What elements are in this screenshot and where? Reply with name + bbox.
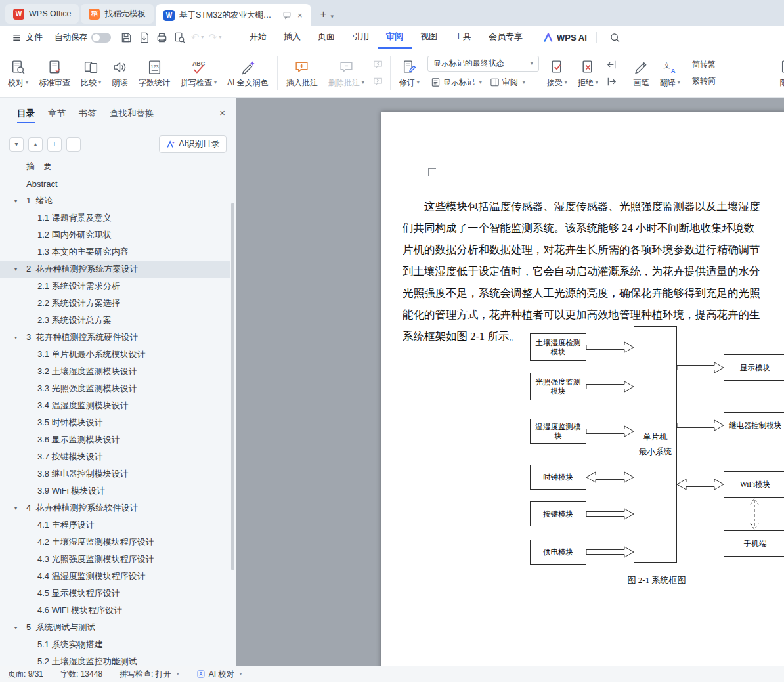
- insert-comment-button[interactable]: 插入批注: [281, 52, 323, 94]
- tab-current-document[interactable]: W 基于STM32的农业大棚环境监 ×: [156, 4, 312, 26]
- ai-polish-button[interactable]: AI 全文润色: [222, 52, 274, 94]
- toc-item[interactable]: ▾1 绪论: [0, 192, 230, 209]
- autosave-control[interactable]: 自动保存: [54, 32, 111, 43]
- translate-button[interactable]: 文A 翻译▾: [655, 52, 686, 94]
- track-changes-button[interactable]: 修订▾: [394, 52, 425, 94]
- toc-item[interactable]: 3.3 光照强度监测模块设计: [0, 380, 230, 397]
- toc-item[interactable]: 1.3 本文的主要研究内容: [0, 244, 230, 261]
- close-sidebar-icon[interactable]: ×: [219, 107, 225, 118]
- word-count-button[interactable]: 123 字数统计: [133, 52, 175, 94]
- tab-bookmarks[interactable]: 书签: [79, 108, 97, 119]
- next-change-button[interactable]: [605, 74, 619, 89]
- collapse-arrow-icon[interactable]: ▾: [14, 335, 26, 341]
- next-comment-button[interactable]: [371, 74, 385, 89]
- toc-item[interactable]: 2.1 系统设计需求分析: [0, 278, 230, 295]
- restrict-edit-button[interactable]: 限制: [774, 52, 784, 94]
- export-pdf-button[interactable]: [135, 29, 153, 46]
- tab-member[interactable]: 会员专享: [480, 26, 531, 49]
- toc-item[interactable]: 1.2 国内外研究现状: [0, 226, 230, 244]
- toc-item[interactable]: 5.2 土壤湿度监控功能测试: [0, 653, 230, 666]
- tab-find-replace[interactable]: 查找和替换: [110, 108, 154, 119]
- tab-page[interactable]: 页面: [309, 26, 343, 49]
- chevron-down-icon[interactable]: ▾: [201, 35, 204, 40]
- to-simplified-button[interactable]: 繁转简: [688, 75, 720, 88]
- redo-button[interactable]: ↷▾: [206, 29, 224, 46]
- toc-item[interactable]: 3.2 土壤湿度监测模块设计: [0, 363, 230, 380]
- tab-chapters[interactable]: 章节: [48, 108, 66, 119]
- new-tab-button[interactable]: +: [320, 8, 326, 21]
- file-menu-button[interactable]: 文件: [7, 32, 48, 43]
- spellcheck-indicator[interactable]: 拼写检查: 打开 ▾: [120, 669, 179, 680]
- brush-button[interactable]: 画笔: [628, 52, 655, 94]
- search-icon[interactable]: [606, 29, 624, 46]
- toc-item[interactable]: 3.1 单片机最小系统模块设计: [0, 346, 230, 363]
- proofread-button[interactable]: 校对▾: [3, 52, 33, 94]
- tab-review[interactable]: 审阅: [378, 26, 412, 49]
- toc-item[interactable]: 5.1 系统实物搭建: [0, 636, 230, 653]
- undo-button[interactable]: ↶▾: [188, 29, 206, 46]
- to-traditional-button[interactable]: 简转繁: [688, 58, 720, 72]
- toc-item[interactable]: 4.4 温湿度监测模块程序设计: [0, 568, 230, 585]
- sidebar-scrollbar[interactable]: [231, 203, 234, 570]
- toc-item[interactable]: 4.2 土壤湿度监测模块程序设计: [0, 534, 230, 551]
- document-canvas[interactable]: 这些模块包括温度传感器、湿度传感器、光照强度监测器以及土壤湿度 们共同构成了一个…: [236, 98, 784, 666]
- toc-item[interactable]: ▾5 系统调试与测试: [0, 619, 230, 636]
- reject-button[interactable]: 拒绝▾: [573, 52, 603, 94]
- markup-state-dropdown[interactable]: 显示标记的最终状态 ▾: [427, 56, 539, 72]
- toc-item[interactable]: 3.6 显示监测模块设计: [0, 431, 230, 448]
- autosave-toggle[interactable]: [91, 33, 111, 43]
- read-aloud-button[interactable]: 朗读: [106, 52, 133, 94]
- chevron-down-icon[interactable]: ▾: [219, 35, 221, 40]
- collapse-arrow-icon[interactable]: ▾: [14, 266, 26, 272]
- tab-home[interactable]: 开始: [241, 26, 275, 49]
- toc-item[interactable]: 3.4 温湿度监测模块设计: [0, 397, 230, 414]
- toc-item-selected[interactable]: ▾2 花卉种植测控系统方案设计: [0, 261, 230, 278]
- expand-all-button[interactable]: ▾: [9, 137, 24, 152]
- save-button[interactable]: [118, 29, 135, 46]
- collapse-all-button[interactable]: ▴: [28, 137, 43, 152]
- zoom-in-button[interactable]: +: [47, 137, 62, 152]
- toc-item[interactable]: 2.3 系统设计总方案: [0, 312, 230, 329]
- tab-tools[interactable]: 工具: [446, 26, 480, 49]
- wps-ai-button[interactable]: WPS AI: [543, 32, 587, 43]
- show-markup-button[interactable]: 显示标记 ▾: [427, 75, 485, 91]
- tab-wps-home[interactable]: W WPS Office: [5, 4, 79, 24]
- toc-item[interactable]: 3.7 按键模块设计: [0, 448, 230, 465]
- ai-recognize-toc-button[interactable]: AI识别目录: [159, 135, 227, 153]
- close-tab-icon[interactable]: ×: [296, 11, 304, 20]
- toc-item[interactable]: Abstract: [0, 175, 230, 192]
- toc-item[interactable]: 3.5 时钟模块设计: [0, 414, 230, 431]
- toc-item[interactable]: 1.1 课题背景及意义: [0, 209, 230, 226]
- tab-docer-templates[interactable]: 稻 找稻壳模板: [81, 4, 154, 24]
- toc-item[interactable]: 2.2 系统设计方案选择: [0, 295, 230, 312]
- print-preview-button[interactable]: [171, 29, 188, 46]
- toc-item[interactable]: 摘 要: [0, 158, 230, 175]
- tab-insert[interactable]: 插入: [275, 26, 309, 49]
- zoom-out-button[interactable]: −: [66, 137, 81, 152]
- toc-item[interactable]: 4.5 显示模块程序设计: [0, 585, 230, 602]
- toc-item[interactable]: ▾3 花卉种植测控系统硬件设计: [0, 329, 230, 346]
- accept-button[interactable]: 接受▾: [542, 52, 573, 94]
- collapse-arrow-icon[interactable]: ▾: [14, 625, 26, 631]
- toc-item[interactable]: ▾4 花卉种植测控系统软件设计: [0, 500, 230, 517]
- standard-review-button[interactable]: 标准审查: [33, 52, 76, 94]
- print-button[interactable]: [153, 29, 171, 46]
- word-count-indicator[interactable]: 字数: 13448: [60, 669, 102, 680]
- delete-comment-button[interactable]: 删除批注▾: [323, 52, 370, 94]
- toc-item[interactable]: 3.8 继电器控制模块设计: [0, 465, 230, 482]
- collapse-arrow-icon[interactable]: ▾: [14, 505, 26, 511]
- page-indicator[interactable]: 页面: 9/31: [8, 669, 43, 680]
- collapse-arrow-icon[interactable]: ▾: [14, 198, 26, 204]
- compare-button[interactable]: 比较▾: [76, 52, 106, 94]
- toc-item[interactable]: 3.9 WiFi 模块设计: [0, 482, 230, 500]
- tab-list-chevron-icon[interactable]: ▾: [330, 13, 334, 20]
- review-pane-button[interactable]: 审阅 ▾: [487, 75, 529, 91]
- ai-proofread-control[interactable]: AI 校对 ▾: [196, 669, 242, 680]
- toc-item[interactable]: 4.3 光照强度监测模块程序设计: [0, 551, 230, 568]
- previous-comment-button[interactable]: [371, 57, 385, 72]
- tab-view[interactable]: 视图: [412, 26, 446, 49]
- toc-item[interactable]: 4.6 WiFi 模块程序设计: [0, 602, 230, 619]
- document-page[interactable]: 这些模块包括温度传感器、湿度传感器、光照强度监测器以及土壤湿度 们共同构成了一个…: [381, 112, 784, 666]
- tab-reference[interactable]: 引用: [343, 26, 378, 49]
- tab-toc[interactable]: 目录: [17, 108, 35, 123]
